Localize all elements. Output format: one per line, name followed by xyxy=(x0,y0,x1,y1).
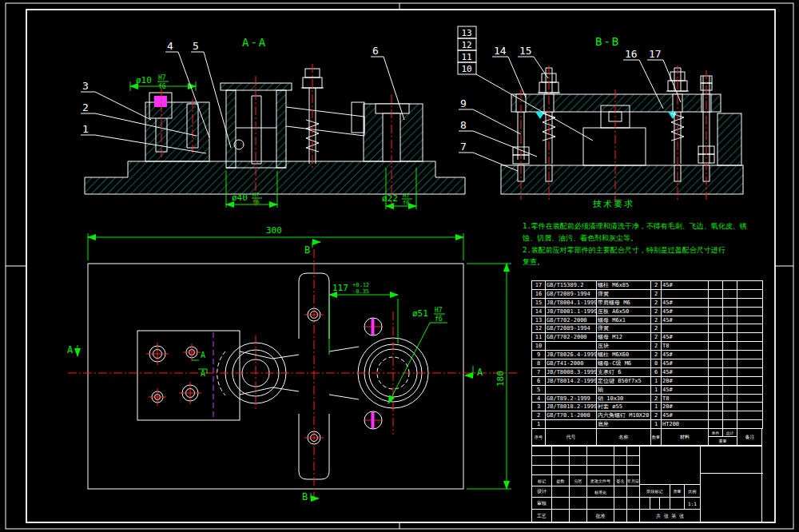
part-remark xyxy=(737,394,763,403)
balloon-4: 4 xyxy=(167,40,173,52)
svg-text:H7: H7 xyxy=(435,307,443,314)
parts-list-row: 9 JB/T8026.4-1999 螺柱 M6X60 2 45# xyxy=(532,351,763,359)
bb-clamp-plate xyxy=(511,94,721,112)
section-bb-label: B-B xyxy=(595,35,620,48)
svg-text:f6: f6 xyxy=(158,83,166,90)
hdr-weight: 重量 xyxy=(709,437,737,445)
part-remark xyxy=(737,333,763,342)
part-total-weight xyxy=(723,367,737,376)
part-name: 螺柱 M6x85 xyxy=(597,281,651,290)
part-total-weight xyxy=(723,359,737,368)
part-unit-weight xyxy=(709,316,723,324)
part-no: 11 xyxy=(532,333,546,342)
part-name: 支承钉 6 xyxy=(597,367,651,376)
part-code: JB/T8004.1-1999 xyxy=(546,298,597,307)
hdr-material: 材料 xyxy=(662,429,709,445)
parts-list-row: 4 GB/T89.2-1999 销 10x30 2 T8 xyxy=(532,394,763,403)
part-unit-weight xyxy=(709,385,723,394)
section-bb-view: B-B xyxy=(458,26,743,201)
part-unit-weight xyxy=(709,359,723,368)
tb-drawing-number xyxy=(701,474,763,523)
part-total-weight xyxy=(723,342,737,351)
parts-list-row: 5 轴 1 45# xyxy=(532,385,763,394)
part-qty: 2 xyxy=(651,342,662,351)
part-name: 螺母 M6x1 xyxy=(597,316,651,324)
part-unit-weight xyxy=(709,351,723,359)
svg-text:117: 117 xyxy=(332,283,348,293)
part-material xyxy=(662,289,709,298)
part-unit-weight xyxy=(709,298,723,307)
part-total-weight xyxy=(723,394,737,403)
hdr-unit-weight: 单件 xyxy=(709,429,723,437)
part-remark xyxy=(737,316,763,324)
part-total-weight xyxy=(723,385,737,394)
tb-drawing-name xyxy=(701,447,763,474)
part-qty: 2 xyxy=(651,324,662,333)
part-name: 定位键 B50f7x5 xyxy=(597,376,651,385)
part-material: HT200 xyxy=(662,420,709,429)
part-no: 2 xyxy=(532,411,546,420)
tb-scale-value: 1:1 xyxy=(685,498,701,510)
part-code: GB/T70.1-2000 xyxy=(546,411,597,420)
dim-180: 180 xyxy=(467,264,511,489)
parts-list-row: 1 底座 1 HT200 xyxy=(532,420,763,429)
parts-list-row: 12 GB/T2089-1994 弹簧 2 xyxy=(532,324,763,333)
balloon-13: 13 xyxy=(461,28,471,38)
part-qty: 2 xyxy=(651,316,662,324)
part-no: 15 xyxy=(532,298,546,307)
part-qty: 2 xyxy=(651,333,662,342)
part-no: 6 xyxy=(532,376,546,385)
svg-text:ø10: ø10 xyxy=(136,75,152,85)
part-unit-weight xyxy=(709,342,723,351)
parts-list-row: 14 JB/T8001.1-1999 压板 A6x50 2 45# xyxy=(532,307,763,316)
parts-list-row: 15 JB/T8004.1-1999 带肩螺母 M6 2 45# xyxy=(532,298,763,307)
part-code: GB/T2089-1994 xyxy=(546,289,597,298)
part-qty: 2 xyxy=(651,307,662,316)
balloon-17: 17 xyxy=(649,48,662,60)
part-remark xyxy=(737,307,763,316)
part-no: 13 xyxy=(532,316,546,324)
part-material: 45# xyxy=(662,359,709,368)
part-material: 45# xyxy=(662,298,709,307)
svg-text:ø40: ø40 xyxy=(232,193,248,203)
svg-text:-0.35: -0.35 xyxy=(352,288,369,295)
balloon-5: 5 xyxy=(193,40,199,52)
parts-list-header: 序号 代号 名称 数量 材料 单件 总计 重量 备注 xyxy=(531,428,762,446)
part-qty: 1 xyxy=(651,403,662,411)
parts-list-row: 10 压块 2 T8 xyxy=(532,342,763,351)
plan-plate xyxy=(88,264,463,489)
part-unit-weight xyxy=(709,281,723,290)
balloon-1: 1 xyxy=(82,123,89,135)
part-total-weight xyxy=(723,351,737,359)
note-line: 2.装配前应对零部件的主要配合尺寸，特别是过盈配合尺寸进行 xyxy=(523,244,762,256)
hdr-code: 代号 xyxy=(546,429,597,445)
plan-holes xyxy=(146,343,201,406)
part-code: JB/T8001.1-1999 xyxy=(546,307,597,316)
part-material: 45# xyxy=(662,411,709,420)
part-name: 压板 A6x50 xyxy=(597,307,651,316)
part-unit-weight xyxy=(709,394,723,403)
svg-text:180: 180 xyxy=(495,371,506,387)
section-aa-view: A-A xyxy=(81,36,465,209)
part-qty: 1 xyxy=(651,420,662,429)
svg-text:+0.12: +0.12 xyxy=(352,282,369,288)
part-name: 轴 xyxy=(597,385,651,394)
balloon-2: 2 xyxy=(82,101,89,113)
part-remark xyxy=(737,298,763,307)
part-no: 17 xyxy=(532,281,546,290)
part-code: JB/T8026.4-1999 xyxy=(546,351,597,359)
tb-standard: 标准化 xyxy=(587,486,614,498)
svg-text:H7: H7 xyxy=(252,192,259,198)
part-material: 20# xyxy=(662,403,709,411)
title-block: 标记 处数 分区 更改文件号 签名 年月日 设计 标准化 审核 工艺 批准 阶段… xyxy=(531,446,762,522)
section-markers: A A A A B B xyxy=(67,242,483,502)
svg-text:f6: f6 xyxy=(252,199,259,205)
part-total-weight xyxy=(723,420,737,429)
part-code xyxy=(546,342,597,351)
dim-d10: ø10 H7 f6 xyxy=(130,74,196,91)
svg-text:H7: H7 xyxy=(158,74,166,81)
hdr-remark: 备注 xyxy=(737,429,762,445)
part-total-weight xyxy=(723,403,737,411)
part-remark xyxy=(737,385,763,394)
marker-a-left: A xyxy=(67,344,74,355)
